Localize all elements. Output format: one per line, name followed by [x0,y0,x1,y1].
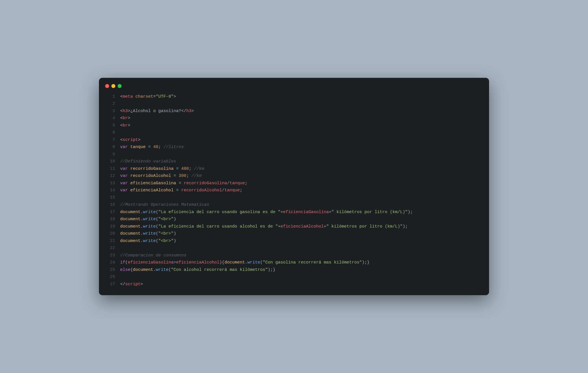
line-content[interactable] [120,194,482,201]
code-line[interactable]: 24if(eficienciaGasolina>eficienciaAlcoho… [106,259,482,266]
line-number: 7 [106,136,115,144]
code-line[interactable]: 12var recorridoAlcohol = 300; //km [106,172,482,180]
line-content[interactable]: document.write("La eficiencia del carro … [120,223,482,230]
code-line[interactable]: 8var tanque = 40; //litros [106,143,482,151]
line-content[interactable] [120,245,482,252]
line-number: 1 [106,93,115,100]
code-line[interactable]: 10//Definiendo variables [106,158,482,165]
code-line[interactable]: 7<script> [106,136,482,144]
line-content[interactable] [120,129,482,136]
line-content[interactable]: <meta charset="UTF-8"> [120,93,482,100]
code-line[interactable]: 3<h3>¿Alcohol o gasolina?</h3> [106,108,482,115]
line-content[interactable]: if(eficienciaGasolina>eficienciaAlcohol)… [120,259,482,266]
line-number: 23 [106,252,115,259]
code-window: 1<meta charset="UTF-8">2 3<h3>¿Alcohol o… [99,78,489,295]
code-line[interactable]: 1<meta charset="UTF-8"> [106,93,482,100]
line-content[interactable]: <br> [120,115,482,122]
code-line[interactable]: 14var eficienciaAlcohol = recorridoAlcoh… [106,187,482,194]
line-content[interactable]: document.write("La eficiencia del carro … [120,209,482,216]
code-line[interactable]: 4<br> [106,115,482,122]
line-number: 8 [106,143,115,151]
line-content[interactable]: document.write("<br>") [120,237,482,245]
line-number: 6 [106,129,115,136]
line-number: 20 [106,230,115,237]
line-number: 3 [106,108,115,115]
line-number: 12 [106,172,115,180]
line-number: 24 [106,259,115,266]
line-number: 19 [106,223,115,230]
line-number: 26 [106,273,115,281]
code-line[interactable]: 27</script> [106,281,482,288]
code-editor[interactable]: 1<meta charset="UTF-8">2 3<h3>¿Alcohol o… [99,93,489,288]
line-number: 14 [106,187,115,194]
line-content[interactable]: //Definiendo variables [120,158,482,165]
code-line[interactable]: 13var eficienciaGasolina = recorridoGaso… [106,180,482,187]
line-content[interactable] [120,273,482,281]
code-line[interactable]: 23//Comparacion de consumnos [106,252,482,259]
zoom-icon[interactable] [118,84,122,88]
code-line[interactable]: 9 [106,151,482,158]
code-line[interactable]: 21document.write("<br>") [106,237,482,245]
line-number: 2 [106,100,115,108]
line-content[interactable] [120,100,482,108]
code-line[interactable]: 6 [106,129,482,136]
line-content[interactable]: else{document.write("Con alcohol recorre… [120,266,482,274]
line-content[interactable]: var recorridoGasolina = 480; //km [120,165,482,173]
line-number: 5 [106,122,115,129]
code-line[interactable]: 15 [106,194,482,201]
code-line[interactable]: 18document.write("<br>") [106,216,482,223]
code-line[interactable]: 16//Mostrando Operaciones Matematicas [106,201,482,209]
line-number: 10 [106,158,115,165]
code-line[interactable]: 22 [106,245,482,252]
code-line[interactable]: 2 [106,100,482,108]
code-line[interactable]: 5<br> [106,122,482,129]
code-line[interactable]: 11var recorridoGasolina = 480; //km [106,165,482,173]
line-content[interactable]: document.write("<br>") [120,216,482,223]
line-number: 11 [106,165,115,173]
line-number: 22 [106,245,115,252]
line-number: 27 [106,281,115,288]
line-content[interactable]: </script> [120,281,482,288]
line-number: 17 [106,209,115,216]
line-content[interactable]: <h3>¿Alcohol o gasolina?</h3> [120,108,482,115]
line-content[interactable]: <br> [120,122,482,129]
line-content[interactable]: var eficienciaAlcohol = recorridoAlcohol… [120,187,482,194]
line-number: 18 [106,216,115,223]
window-titlebar [99,84,489,93]
line-content[interactable]: //Comparacion de consumnos [120,252,482,259]
line-content[interactable]: //Mostrando Operaciones Matematicas [120,201,482,209]
code-line[interactable]: 17document.write("La eficiencia del carr… [106,209,482,216]
line-number: 13 [106,180,115,187]
line-number: 16 [106,201,115,209]
line-number: 9 [106,151,115,158]
line-content[interactable]: var tanque = 40; //litros [120,143,482,151]
code-line[interactable]: 25else{document.write("Con alcohol recor… [106,266,482,274]
code-line[interactable]: 19document.write("La eficiencia del carr… [106,223,482,230]
line-number: 15 [106,194,115,201]
close-icon[interactable] [105,84,109,88]
code-line[interactable]: 26 [106,273,482,281]
line-content[interactable]: <script> [120,136,482,144]
line-number: 21 [106,237,115,245]
line-content[interactable]: var recorridoAlcohol = 300; //km [120,172,482,180]
line-number: 4 [106,115,115,122]
line-content[interactable]: document.write("<br>") [120,230,482,237]
code-line[interactable]: 20document.write("<br>") [106,230,482,237]
line-content[interactable]: var eficienciaGasolina = recorridoGasoli… [120,180,482,187]
minimize-icon[interactable] [111,84,115,88]
line-number: 25 [106,266,115,274]
line-content[interactable] [120,151,482,158]
